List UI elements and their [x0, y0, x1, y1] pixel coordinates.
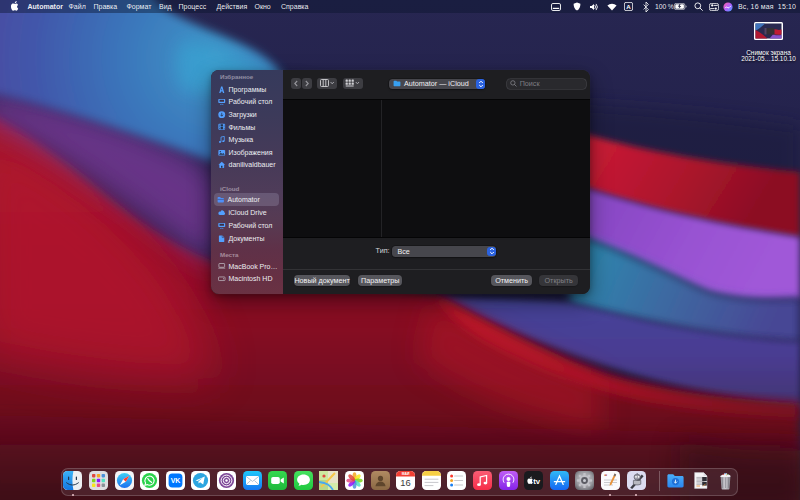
svg-text:A: A — [627, 3, 632, 10]
svg-text:16: 16 — [400, 477, 410, 488]
svg-text:VK: VK — [170, 477, 180, 484]
svg-text:“: “ — [604, 473, 607, 479]
svg-text:МАЙ: МАЙ — [402, 472, 410, 476]
svg-text:tv: tv — [533, 477, 541, 486]
